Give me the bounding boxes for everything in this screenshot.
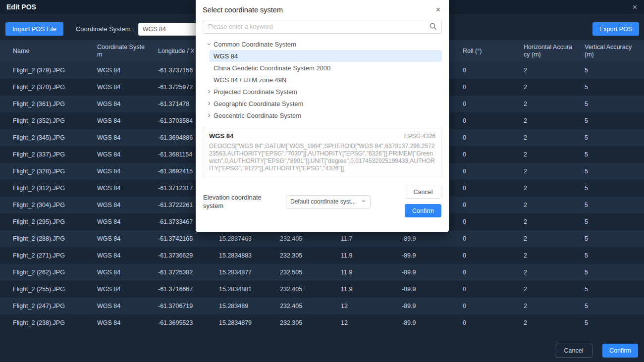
cell-horizontal-accuracy: 2	[524, 218, 585, 225]
cell-latitude-y: 15.2834881	[219, 286, 280, 293]
confirm-button[interactable]: Confirm	[602, 344, 638, 358]
cell-vertical-accuracy: 5	[585, 168, 644, 175]
cell-coordinate-system: WGS 84	[97, 252, 158, 259]
cell-name: Flight_2 (361).JPG	[13, 101, 97, 107]
cell-roll: 0	[463, 319, 524, 326]
export-pos-button[interactable]: Export POS	[592, 22, 639, 36]
cell-vertical-accuracy: 5	[585, 185, 644, 192]
chevron-right-icon[interactable]	[207, 113, 212, 118]
table-row[interactable]: Flight_2 (247).JPGWGS 84-61.370671915.28…	[0, 298, 644, 314]
dialog-confirm-button[interactable]: Confirm	[405, 204, 441, 217]
cell-vertical-accuracy: 5	[585, 202, 644, 208]
cell-longitude-x: -61.3716667	[158, 286, 219, 293]
dialog-close-icon[interactable]: ✕	[435, 6, 441, 13]
cell-coordinate-system: WGS 84	[97, 269, 158, 276]
tree-item-label: Projected Coordinate System	[214, 88, 297, 96]
wkt-definition: GEOGCS["WGS 84",DATUM["WGS_1984",SPHEROI…	[209, 143, 435, 172]
cell-roll: 0	[463, 269, 524, 276]
tree-item-geocentric-coordinate-system[interactable]: Geocentric Coordinate System	[196, 109, 449, 121]
cell-horizontal-accuracy: 2	[524, 202, 585, 208]
elevation-coordinate-label: Elevation coordinate system	[203, 193, 270, 210]
cell-coordinate-system: WGS 84	[97, 117, 158, 124]
search-icon[interactable]	[429, 22, 437, 33]
tree-item-wgs-84-utm-zone-49n[interactable]: WGS 84 / UTM zone 49N	[210, 74, 442, 86]
tree-item-label: Common Coordinate System	[214, 41, 296, 48]
cell-roll: 0	[463, 101, 524, 107]
chevron-right-icon[interactable]	[207, 89, 212, 94]
tree-item-common-coordinate-system[interactable]: Common Coordinate System	[196, 38, 449, 50]
cell-horizontal-accuracy: 2	[524, 185, 585, 192]
cell-roll: 0	[463, 67, 524, 74]
tree-item-label: WGS 84	[214, 52, 238, 60]
cell-pitch: -89.9	[402, 286, 463, 293]
dialog-title: Select coordinate system	[203, 6, 283, 14]
cell-altitude-z: 232.405	[280, 286, 341, 293]
cell-name: Flight_2 (304).JPG	[13, 202, 97, 208]
cell-horizontal-accuracy: 2	[524, 84, 585, 91]
tree-item-projected-coordinate-system[interactable]: Projected Coordinate System	[196, 86, 449, 98]
cell-altitude-z: 232.305	[280, 319, 341, 326]
chevron-down-icon[interactable]	[207, 42, 212, 47]
cell-vertical-accuracy: 5	[585, 67, 644, 74]
table-row[interactable]: Flight_2 (255).JPGWGS 84-61.371666715.28…	[0, 281, 644, 298]
cell-vertical-accuracy: 5	[585, 134, 644, 141]
window-close-icon[interactable]: ✕	[632, 3, 638, 11]
page-footer: Cancel Confirm	[555, 344, 638, 358]
import-pos-file-button[interactable]: Import POS File	[5, 22, 63, 36]
cell-vertical-accuracy: 5	[585, 218, 644, 225]
cell-horizontal-accuracy: 2	[524, 67, 585, 74]
cell-name: Flight_2 (271).JPG	[13, 252, 97, 259]
cell-coordinate-system: WGS 84	[97, 185, 158, 192]
cell-name: Flight_2 (370).JPG	[13, 84, 97, 91]
cell-horizontal-accuracy: 2	[524, 319, 585, 326]
cell-yaw: 11.9	[341, 252, 402, 259]
cell-roll: 0	[463, 303, 524, 310]
cell-roll: 0	[463, 84, 524, 91]
cell-coordinate-system: WGS 84	[97, 303, 158, 310]
cell-coordinate-system: WGS 84	[97, 101, 158, 107]
cell-roll: 0	[463, 202, 524, 208]
column-header-name: Name	[13, 48, 97, 55]
cell-coordinate-system: WGS 84	[97, 286, 158, 293]
cell-name: Flight_2 (352).JPG	[13, 117, 97, 124]
cell-name: Flight_2 (262).JPG	[13, 269, 97, 276]
cell-name: Flight_2 (312).JPG	[13, 185, 97, 192]
cell-latitude-y: 15.283489	[219, 303, 280, 310]
epsg-code: EPSG:4326	[404, 133, 435, 140]
elevation-coordinate-section: Elevation coordinate system Default coor…	[203, 186, 371, 217]
tree-item-label: WGS 84 / UTM zone 49N	[214, 76, 286, 84]
cell-coordinate-system: WGS 84	[97, 202, 158, 208]
window-title: Edit POS	[6, 3, 36, 11]
cancel-button[interactable]: Cancel	[555, 344, 592, 358]
cell-pitch: -89.9	[402, 319, 463, 326]
cell-longitude-x: -61.3725382	[158, 269, 219, 276]
table-row[interactable]: Flight_2 (288).JPGWGS 84-61.374216515.28…	[0, 230, 644, 247]
cell-horizontal-accuracy: 2	[524, 117, 585, 124]
table-row[interactable]: Flight_2 (262).JPGWGS 84-61.372538215.28…	[0, 264, 644, 281]
cell-vertical-accuracy: 5	[585, 101, 644, 107]
cell-pitch: -89.9	[402, 269, 463, 276]
tree-item-china-geodetic-2000[interactable]: China Geodetic Coordinate System 2000	[210, 62, 442, 74]
dialog-header: Select coordinate system ✕	[196, 0, 449, 16]
cell-vertical-accuracy: 5	[585, 151, 644, 158]
table-row[interactable]: Flight_2 (271).JPGWGS 84-61.373662915.28…	[0, 247, 644, 264]
search-input[interactable]	[203, 20, 442, 34]
elevation-coordinate-dropdown[interactable]: Default coordinate syst...	[286, 195, 371, 208]
cell-latitude-y: 15.2834877	[219, 269, 280, 276]
coordinate-system-label: Coordinate System :	[76, 25, 134, 33]
cell-coordinate-system: WGS 84	[97, 67, 158, 74]
cell-roll: 0	[463, 168, 524, 175]
cell-latitude-y: 15.2837463	[219, 235, 280, 242]
cell-roll: 0	[463, 185, 524, 192]
dialog-cancel-button[interactable]: Cancel	[405, 186, 441, 199]
table-row[interactable]: Flight_2 (238).JPGWGS 84-61.369552315.28…	[0, 314, 644, 331]
tree-item-label: Geographic Coordinate System	[214, 100, 303, 107]
chevron-right-icon[interactable]	[207, 101, 212, 106]
coordinate-system-input[interactable]	[138, 23, 198, 36]
coordinate-system-detail: WGS 84 EPSG:4326 GEOGCS["WGS 84",DATUM["…	[203, 127, 442, 178]
tree-item-wgs-84[interactable]: WGS 84	[210, 50, 442, 62]
tree-item-label: Geocentric Coordinate System	[214, 112, 301, 119]
cell-vertical-accuracy: 5	[585, 286, 644, 293]
cell-yaw: 11.9	[341, 269, 402, 276]
tree-item-geographic-coordinate-system[interactable]: Geographic Coordinate System	[196, 98, 449, 109]
